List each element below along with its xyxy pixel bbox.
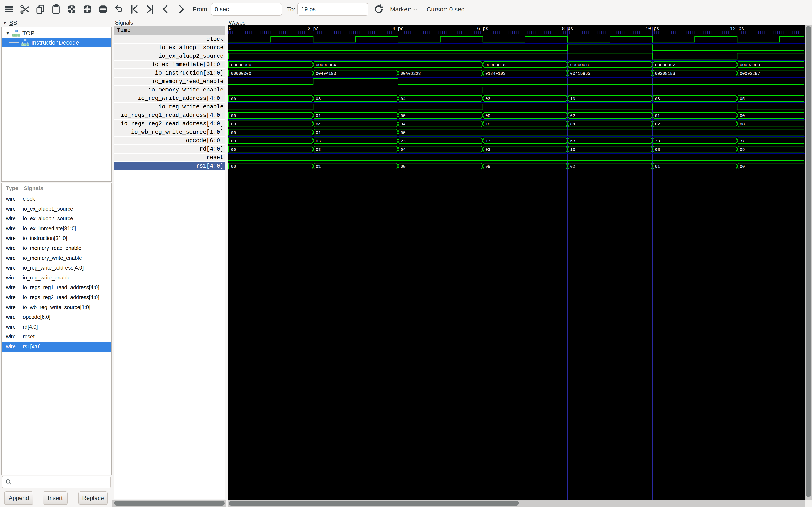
svg-text:002081B3: 002081B3 <box>655 71 675 76</box>
replace-button[interactable]: Replace <box>79 491 108 505</box>
signal-name-io_ex_aluop2_source[interactable]: io_ex_aluop2_source <box>114 52 225 61</box>
svg-text:09: 09 <box>485 164 490 169</box>
time-header[interactable]: Time <box>114 26 225 35</box>
svg-text:6 ps: 6 ps <box>477 26 489 32</box>
signal-name-io_reg_write_enable[interactable]: io_reg_write_enable <box>114 103 225 111</box>
copy-icon[interactable] <box>34 3 47 16</box>
signal-name-io_wb_reg_write_source[1:0][interactable]: io_wb_reg_write_source[1:0] <box>114 128 225 137</box>
cursor-value: Cursor: 0 sec <box>426 6 464 13</box>
step-back-icon[interactable] <box>159 3 172 16</box>
scrollbar-thumb[interactable] <box>114 501 224 506</box>
svg-text:02: 02 <box>570 164 575 169</box>
module-icon <box>21 39 29 47</box>
table-row-io_regs_reg2_read_address[4:0][interactable]: wireio_regs_reg2_read_address[4:0] <box>2 292 111 302</box>
table-row-io_ex_immediate[31:0][interactable]: wireio_ex_immediate[31:0] <box>2 224 111 233</box>
signal-name-rd[4:0][interactable]: rd[4:0] <box>114 145 225 154</box>
svg-text:01: 01 <box>655 113 660 118</box>
go-first-icon[interactable] <box>128 3 141 16</box>
column-separator <box>20 184 20 193</box>
svg-text:00000010: 00000010 <box>570 63 591 68</box>
insert-button[interactable]: Insert <box>43 491 68 505</box>
table-row-io_memory_write_enable[interactable]: wireio_memory_write_enable <box>2 253 111 263</box>
signal-name-reset[interactable]: reset <box>114 154 225 162</box>
table-row-rs1[4:0][interactable]: wirers1[4:0] <box>2 342 111 351</box>
table-row-reset[interactable]: wirereset <box>2 332 111 342</box>
signal-name-opcode[6:0][interactable]: opcode[6:0] <box>114 137 225 145</box>
waves-hscrollbar[interactable] <box>227 500 805 507</box>
paste-icon[interactable] <box>49 3 63 16</box>
svg-text:00: 00 <box>231 130 236 135</box>
table-row-opcode[6:0][interactable]: wireopcode[6:0] <box>2 312 111 322</box>
svg-text:03: 03 <box>655 97 660 101</box>
table-header[interactable]: Type Signals <box>2 183 111 194</box>
svg-text:00: 00 <box>740 113 745 118</box>
svg-text:12 ps: 12 ps <box>730 26 744 32</box>
svg-text:00: 00 <box>231 97 236 101</box>
signal-name-io_memory_write_enable[interactable]: io_memory_write_enable <box>114 86 225 95</box>
signal-name-io_memory_read_enable[interactable]: io_memory_read_enable <box>114 77 225 86</box>
reload-icon[interactable] <box>372 3 385 16</box>
signal-name-clock[interactable]: clock <box>114 35 225 44</box>
table-row-io_instruction[31:0][interactable]: wireio_instruction[31:0] <box>2 233 111 243</box>
svg-text:10 ps: 10 ps <box>645 26 659 32</box>
table-row-io_regs_reg1_read_address[4:0][interactable]: wireio_regs_reg1_read_address[4:0] <box>2 282 111 292</box>
to-input[interactable] <box>297 3 368 16</box>
signal-name-io_instruction[31:0][interactable]: io_instruction[31:0] <box>114 69 225 77</box>
sst-section-header[interactable]: ▼ SST <box>3 19 21 26</box>
svg-text:00: 00 <box>401 130 406 135</box>
zoom-in-icon[interactable] <box>81 3 94 16</box>
svg-text:03: 03 <box>316 147 321 152</box>
zoom-out-icon[interactable] <box>96 3 109 16</box>
signal-name-io_reg_write_address[4:0][interactable]: io_reg_write_address[4:0] <box>114 95 225 103</box>
undo-icon[interactable] <box>112 3 125 16</box>
signal-name-io_ex_aluop1_source[interactable]: io_ex_aluop1_source <box>114 44 225 52</box>
signal-type-table: Type Signals wireclockwireio_ex_aluop1_s… <box>1 183 112 475</box>
table-row-io_reg_write_address[4:0][interactable]: wireio_reg_write_address[4:0] <box>2 263 111 273</box>
scrollbar-thumb[interactable] <box>806 26 811 497</box>
table-row-rd[4:0][interactable]: wirerd[4:0] <box>2 322 111 332</box>
svg-text:10: 10 <box>570 97 575 101</box>
svg-text:03: 03 <box>485 97 490 101</box>
signal-search-box[interactable] <box>2 476 111 489</box>
go-last-icon[interactable] <box>143 3 156 16</box>
svg-text:0184F193: 0184F193 <box>485 71 506 76</box>
scrollbar-thumb[interactable] <box>229 501 519 506</box>
waves-vscrollbar[interactable] <box>805 25 812 500</box>
svg-text:09: 09 <box>485 113 490 118</box>
signal-name-rs1[4:0][interactable]: rs1[4:0] <box>114 162 225 170</box>
signal-name-io_regs_reg1_read_address[4:0][interactable]: io_regs_reg1_read_address[4:0] <box>114 111 225 120</box>
append-button[interactable]: Append <box>4 491 34 505</box>
from-input[interactable] <box>211 3 282 16</box>
menu-icon[interactable] <box>3 3 16 16</box>
cut-icon[interactable] <box>18 3 31 16</box>
marker-cursor-status: Marker: -- | Cursor: 0 sec <box>390 6 464 13</box>
svg-text:00002000: 00002000 <box>740 63 760 68</box>
svg-text:03: 03 <box>655 147 660 152</box>
svg-text:03: 03 <box>316 97 321 101</box>
to-label: To: <box>287 6 295 13</box>
expander-triangle-icon[interactable]: ▼ <box>5 31 10 36</box>
svg-text:00: 00 <box>740 164 745 169</box>
table-row-clock[interactable]: wireclock <box>2 194 111 204</box>
table-row-io_wb_reg_write_source[1:0][interactable]: wireio_wb_reg_write_source[1:0] <box>2 302 111 312</box>
from-label: From: <box>193 6 209 13</box>
svg-text:10: 10 <box>570 147 575 152</box>
table-row-io_ex_aluop2_source[interactable]: wireio_ex_aluop2_source <box>2 214 111 224</box>
type-column-header: Type <box>6 185 18 191</box>
svg-text:05: 05 <box>740 147 745 152</box>
step-forward-icon[interactable] <box>175 3 188 16</box>
pane-divider[interactable] <box>112 18 112 507</box>
wave-canvas[interactable]: 02 ps4 ps6 ps8 ps10 ps12 ps0000000000000… <box>227 25 805 500</box>
search-input[interactable] <box>14 479 110 486</box>
zoom-fit-icon[interactable] <box>65 3 78 16</box>
table-row-io_reg_write_enable[interactable]: wireio_reg_write_enable <box>2 273 111 283</box>
signals-hscrollbar[interactable] <box>112 500 226 507</box>
collapse-triangle-icon[interactable]: ▼ <box>3 20 7 25</box>
tree-item-instructiondecode[interactable]: InstructionDecode <box>2 38 111 47</box>
svg-text:05: 05 <box>740 97 745 101</box>
signal-name-io_regs_reg2_read_address[4:0][interactable]: io_regs_reg2_read_address[4:0] <box>114 120 225 128</box>
table-row-io_memory_read_enable[interactable]: wireio_memory_read_enable <box>2 243 111 253</box>
table-row-io_ex_aluop1_source[interactable]: wireio_ex_aluop1_source <box>2 204 111 214</box>
svg-text:4 ps: 4 ps <box>393 26 404 32</box>
signal-name-io_ex_immediate[31:0][interactable]: io_ex_immediate[31:0] <box>114 61 225 69</box>
